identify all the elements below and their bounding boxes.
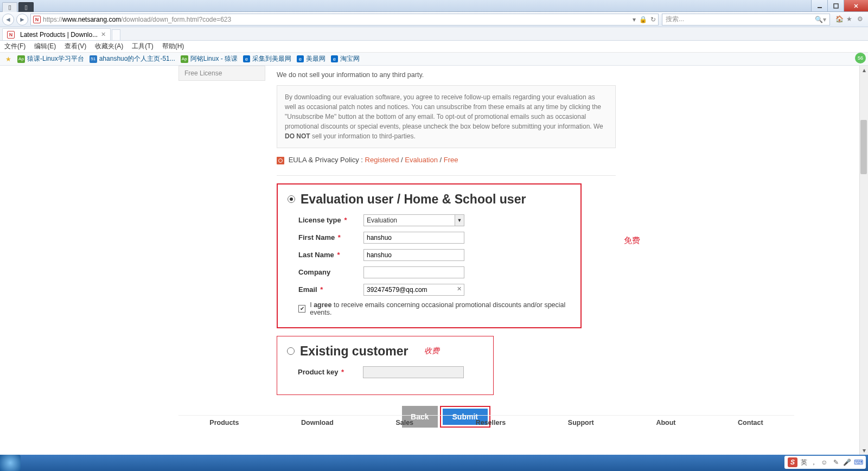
bookmark-6[interactable]: e淘宝网 <box>331 54 360 63</box>
existing-customer-box: Existing customer 收费 Product key * <box>277 336 494 395</box>
browser-tab-active[interactable]: N Latest Products | Downlo... ✕ <box>2 28 111 40</box>
separator <box>277 175 616 176</box>
tools-icon[interactable]: ⚙ <box>857 15 866 24</box>
system-tray: S 英 ， ☺ ✎ 🎤 ⌨ <box>784 456 866 469</box>
new-tab-button[interactable] <box>112 29 120 40</box>
tab-close-icon[interactable]: ✕ <box>101 31 106 38</box>
windows-taskbar: S 英 ， ☺ ✎ 🎤 ⌨ <box>0 455 868 471</box>
scrollbar-vertical[interactable]: ▴ ▾ <box>859 66 868 455</box>
menu-view[interactable]: 查看(V) <box>65 42 86 51</box>
radio-evaluation-user[interactable] <box>288 195 295 203</box>
ime-mic-icon[interactable]: 🎤 <box>843 459 851 467</box>
company-label: Company <box>298 268 363 276</box>
evaluation-form-box: Evaluation user / Home & School user Lic… <box>277 183 582 328</box>
add-favorite-icon[interactable]: ★ <box>4 55 12 63</box>
bookmarks-bar: ★ Ap猿课-Linux学习平台 51ahanshuo的个人主页-51... A… <box>0 53 868 66</box>
footer-products[interactable]: Products <box>209 419 239 427</box>
tab-favicon: N <box>7 31 15 39</box>
back-button[interactable]: ◄ <box>2 14 14 26</box>
footer-nav: Products Download Sales Resellers Suppor… <box>178 415 794 428</box>
company-input[interactable] <box>363 266 464 278</box>
agree-text: I agree to receive emails concerning occ… <box>310 301 571 316</box>
ime-punct[interactable]: ， <box>810 458 817 467</box>
clear-input-icon[interactable]: ✕ <box>457 285 462 292</box>
url-text: https://www.netsarang.com/download/down_… <box>43 16 633 23</box>
window-minimize-button[interactable] <box>811 0 827 11</box>
footer-contact[interactable]: Contact <box>738 419 763 427</box>
footer-about[interactable]: About <box>656 419 675 427</box>
menu-tools[interactable]: 工具(T) <box>132 42 153 51</box>
ime-emoji-icon[interactable]: ☺ <box>820 459 828 467</box>
menu-help[interactable]: 帮助(H) <box>162 42 184 51</box>
browser-tabstrip: N Latest Products | Downlo... ✕ <box>0 27 868 41</box>
svg-rect-1 <box>834 4 838 8</box>
extension-badge[interactable]: 56 <box>855 53 866 63</box>
refresh-icon[interactable]: ↻ <box>650 16 656 23</box>
product-key-label: Product key * <box>298 368 363 376</box>
sidebar-item-free-license[interactable]: Free License <box>184 69 259 77</box>
product-key-input[interactable] <box>363 366 464 378</box>
email-input[interactable] <box>363 284 464 296</box>
ime-keyboard-icon[interactable]: ⌨ <box>854 459 863 467</box>
pdf-icon <box>277 157 284 164</box>
page-viewport: ▴ ▾ Free License We do not sell your inf… <box>0 66 868 455</box>
privacy-notice: We do not sell your information to any t… <box>277 71 616 79</box>
forward-button[interactable]: ► <box>16 14 28 26</box>
address-bar[interactable]: N https://www.netsarang.com/download/dow… <box>30 14 659 26</box>
browser-navbar: ◄ ► N https://www.netsarang.com/download… <box>0 12 868 27</box>
home-icon[interactable]: 🏠 <box>835 15 844 24</box>
email-label: Email * <box>298 285 363 294</box>
existing-customer-heading: Existing customer <box>300 344 408 359</box>
window-titlebar: ▯ ▯ <box>0 0 868 12</box>
footer-resellers[interactable]: Resellers <box>476 419 506 427</box>
ime-lang[interactable]: 英 <box>801 458 807 467</box>
bookmark-3[interactable]: Ap阿铭Linux - 猿课 <box>181 54 238 63</box>
first-name-label: First Name * <box>298 233 363 241</box>
agree-checkbox[interactable]: ✔ <box>298 305 305 313</box>
ime-sogou-icon[interactable]: S <box>788 457 797 467</box>
window-close-button[interactable] <box>844 0 868 11</box>
license-type-select[interactable]: Evaluation▼ <box>363 214 464 226</box>
first-name-input[interactable] <box>363 232 464 244</box>
bookmark-4[interactable]: e采集到美最网 <box>243 54 291 63</box>
last-name-input[interactable] <box>363 249 464 261</box>
annotation-pay: 收费 <box>424 346 439 356</box>
footer-support[interactable]: Support <box>568 419 594 427</box>
menu-file[interactable]: 文件(F) <box>4 42 25 51</box>
license-type-label: License type * <box>298 216 363 224</box>
last-name-label: Last Name * <box>298 251 363 259</box>
lock-icon: 🔒 <box>639 16 647 23</box>
bookmark-5[interactable]: e美最网 <box>297 54 326 63</box>
sidebar: Free License <box>178 66 265 81</box>
eula-link-registered[interactable]: Registered <box>365 156 399 164</box>
main-content: We do not sell your information to any t… <box>277 66 616 428</box>
ime-edit-icon[interactable]: ✎ <box>832 459 840 467</box>
start-button[interactable] <box>0 455 21 471</box>
browser-search-input[interactable]: 搜索... 🔍▾ <box>662 14 830 26</box>
window-maximize-button[interactable] <box>827 0 844 11</box>
menu-edit[interactable]: 编辑(E) <box>34 42 56 51</box>
footer-download[interactable]: Download <box>301 419 334 427</box>
bookmark-1[interactable]: Ap猿课-Linux学习平台 <box>17 54 84 63</box>
bookmark-2[interactable]: 51ahanshuo的个人主页-51... <box>90 54 175 63</box>
eula-link-evaluation[interactable]: Evaluation <box>405 156 438 164</box>
eula-row: EULA & Privacy Policy : Registered / Eva… <box>277 156 616 164</box>
dropdown-icon[interactable]: ▾ <box>633 16 636 23</box>
scroll-thumb[interactable] <box>860 120 867 174</box>
evaluation-heading: Evaluation user / Home & School user <box>301 192 526 207</box>
eula-link-free[interactable]: Free <box>444 156 458 164</box>
annotation-free: 免费 <box>624 236 640 246</box>
scroll-down-icon[interactable]: ▾ <box>860 446 868 455</box>
site-favicon: N <box>33 16 41 23</box>
chevron-down-icon: ▼ <box>455 215 464 226</box>
titlebar-tab-2[interactable]: ▯ <box>18 2 34 12</box>
radio-existing-customer[interactable] <box>287 347 295 355</box>
scroll-up-icon[interactable]: ▴ <box>860 66 868 74</box>
favorites-icon[interactable]: ★ <box>846 15 855 24</box>
tab-title: Latest Products | Downlo... <box>20 31 98 39</box>
footer-sales[interactable]: Sales <box>395 419 413 427</box>
menu-bar: 文件(F) 编辑(E) 查看(V) 收藏夹(A) 工具(T) 帮助(H) <box>0 41 868 53</box>
menu-favorites[interactable]: 收藏夹(A) <box>95 42 123 51</box>
titlebar-tab-1[interactable]: ▯ <box>2 2 17 12</box>
search-icon[interactable]: 🔍▾ <box>815 16 826 23</box>
